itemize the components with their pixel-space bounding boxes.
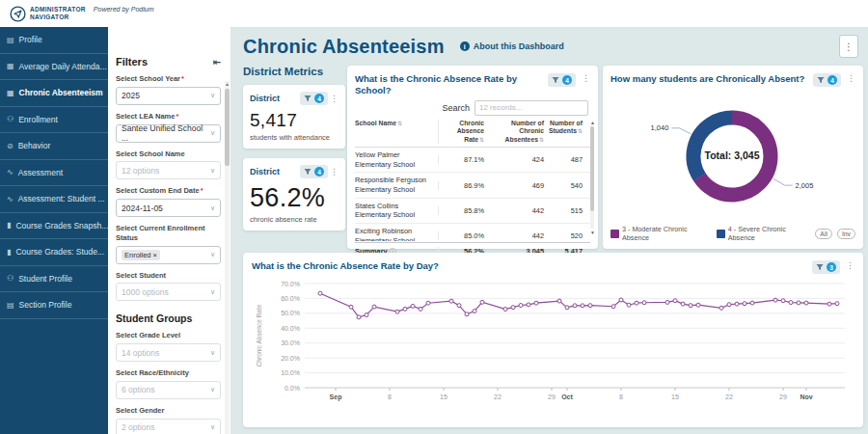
legend-item[interactable]: 3 - Moderate Chronic Absence: [610, 225, 712, 242]
chevron-down-icon: ∨: [210, 92, 215, 99]
legend-item[interactable]: 4 - Severe Chronic Absence: [717, 225, 811, 242]
filter-select-select-school-year[interactable]: 2025∨: [116, 87, 221, 105]
scrollbar-thumb[interactable]: [590, 126, 594, 211]
table-row[interactable]: Yellow Palmer Elementary School87.1%4244…: [355, 148, 590, 173]
calendar-icon: ▦: [7, 62, 14, 70]
legend-swatch: [717, 230, 725, 238]
filter-count-badge: 4: [314, 167, 324, 176]
filter-chip[interactable]: 3: [812, 260, 840, 274]
sidebar-item-course-grades-snapsh[interactable]: ▮Course Grades Snapsh...: [0, 213, 108, 240]
data-point: [573, 304, 577, 308]
chronically-absent-card: How many students are Chronically Absent…: [603, 66, 863, 249]
data-point: [503, 308, 507, 312]
scroll-up-icon[interactable]: ▲: [589, 120, 596, 125]
data-point: [419, 307, 422, 311]
scroll-up-icon[interactable]: ▲: [225, 81, 230, 87]
filter-select-select-current-enrollment-status[interactable]: Enrolled ×∨: [116, 246, 221, 264]
required-asterisk: *: [201, 186, 203, 195]
column-header-school-name[interactable]: School Name⇅: [355, 120, 438, 144]
scroll-down-icon[interactable]: ▼: [589, 230, 596, 235]
table-row[interactable]: Exciting Robinson Elementary School85.0%…: [355, 224, 590, 241]
card-menu-button[interactable]: ⋮: [846, 260, 854, 270]
value-cell: 442: [486, 206, 546, 215]
sidebar-item-section-profile[interactable]: ▤Section Profile: [0, 292, 108, 319]
y-axis-tick-label: 10.0%: [281, 369, 300, 376]
data-point: [719, 306, 723, 310]
chevron-down-icon: ∨: [210, 129, 215, 137]
column-header-number-of-chronic-absentees[interactable]: Number of Chronic Absentees⇅: [486, 120, 546, 144]
value-cell: 442: [486, 231, 546, 240]
page-menu-button[interactable]: ⋮: [839, 35, 858, 58]
about-dashboard-link[interactable]: i About this Dashboard: [460, 41, 564, 51]
people-icon: ⚇: [7, 115, 14, 123]
filter-label-text: Select Custom End Date: [116, 186, 200, 195]
filter-label: Select LEA Name*: [116, 112, 221, 122]
wave-icon: ∿: [7, 168, 14, 176]
chevron-down-icon: ∨: [210, 288, 215, 296]
scrollbar-thumb[interactable]: [225, 89, 230, 166]
filter-label-text: Select LEA Name: [116, 112, 175, 121]
filter-label: Select Grade Level: [116, 331, 221, 340]
metric-title: District: [250, 94, 300, 103]
y-axis-tick-label: 40.0%: [281, 325, 300, 332]
sidebar-item-course-grades-stude[interactable]: ▮Course Grades: Stude...: [0, 239, 108, 266]
filter-label-text: Select Race/Ethnicity: [116, 368, 189, 377]
top-app-bar: ADMINISTRATOR NAVIGATOR Powered by Podiu…: [0, 0, 868, 27]
filter-label: Select School Name: [116, 149, 221, 159]
sidebar-item-label: Profile: [19, 35, 42, 44]
sidebar-item-average-daily-attenda[interactable]: ▦Average Daily Attenda...: [0, 54, 108, 81]
people-icon: ⚇: [7, 274, 14, 283]
filter-select-select-custom-end-date[interactable]: 2024-11-05∨: [116, 199, 221, 217]
sidebar-item-assessment[interactable]: ∿Assessment: [0, 160, 108, 187]
data-point: [681, 302, 685, 306]
sidebar-item-student-profile[interactable]: ⚇Student Profile: [0, 266, 108, 293]
selected-value-chip[interactable]: Enrolled ×: [122, 250, 160, 260]
sidebar-item-profile[interactable]: ▤Profile: [0, 27, 108, 54]
card-menu-button[interactable]: ⋮: [330, 167, 339, 176]
x-axis-tick-label: 29: [779, 393, 787, 400]
filter-select-select-lea-name[interactable]: Santee Unified School ...∨: [116, 124, 221, 143]
filters-title: Filters: [116, 56, 148, 68]
school-table-card: What is the Chronic Absence Rate by Scho…: [347, 66, 598, 249]
table-scrollbar[interactable]: ▲ ▼: [589, 120, 596, 235]
table-row[interactable]: Responsible Ferguson Elementary School86…: [355, 173, 590, 198]
column-header-label: School Name: [355, 120, 396, 126]
sidebar-item-label: Course Grades: Stude...: [15, 247, 104, 257]
line-chart[interactable]: 0.0%10.0%20.0%30.0%40.0%50.0%60.0%70.0%C…: [252, 274, 854, 424]
column-header-chronic-absence-rate[interactable]: Chronic Absence Rate⇅: [438, 120, 486, 144]
filters-scrollbar[interactable]: ▲: [225, 81, 230, 434]
filter-chip[interactable]: 4: [548, 73, 576, 87]
card-menu-button[interactable]: ⋮: [847, 73, 855, 83]
sidebar-item-assessment-student[interactable]: ∿Assessment: Student ...: [0, 186, 108, 213]
data-point: [457, 304, 461, 308]
data-point: [750, 301, 754, 305]
collapse-panel-icon[interactable]: ⇤: [213, 57, 221, 68]
table-row[interactable]: States Collins Elementary School85.8%442…: [355, 199, 590, 224]
value-cell: 87.1%: [438, 155, 486, 164]
sidebar-item-behavior[interactable]: ⊘Behavior: [0, 133, 108, 160]
table-search-input[interactable]: [475, 100, 588, 116]
filter-chip[interactable]: 4: [813, 73, 841, 87]
card-menu-button[interactable]: ⋮: [330, 94, 339, 103]
data-point: [565, 306, 569, 310]
filter-select-select-gender[interactable]: 2 options∨: [116, 419, 221, 434]
x-axis-tick-label: Sep: [330, 393, 342, 401]
legend-all-button[interactable]: All: [815, 229, 832, 239]
value-cell: 85.0%: [438, 231, 486, 240]
sort-icon: ⇅: [539, 137, 544, 143]
filter-chip[interactable]: 4: [300, 92, 328, 105]
sidebar-item-chronic-absenteeism[interactable]: ▦Chronic Absenteeism: [0, 80, 108, 107]
filter-select-select-race-ethnicity[interactable]: 6 options∨: [116, 381, 221, 399]
book-icon: ▮: [7, 248, 11, 257]
sidebar-item-label: Average Daily Attenda...: [19, 62, 107, 71]
column-header-number-of-students[interactable]: Number of Students⇅: [546, 120, 584, 144]
legend-inv-button[interactable]: Inv: [837, 229, 855, 239]
sidebar-item-enrollment[interactable]: ⚇Enrollment: [0, 107, 108, 134]
filter-select-select-school-name[interactable]: 12 options∨: [116, 161, 221, 179]
data-point: [357, 315, 361, 319]
filter-select-select-grade-level[interactable]: 14 options∨: [116, 343, 221, 362]
filter-chip[interactable]: 4: [300, 165, 328, 178]
card-menu-button[interactable]: ⋮: [582, 73, 590, 83]
filter-select-select-student[interactable]: 1000 options∨: [116, 283, 221, 301]
donut-chart[interactable]: Total: 3,0451,0402,005: [610, 87, 855, 222]
